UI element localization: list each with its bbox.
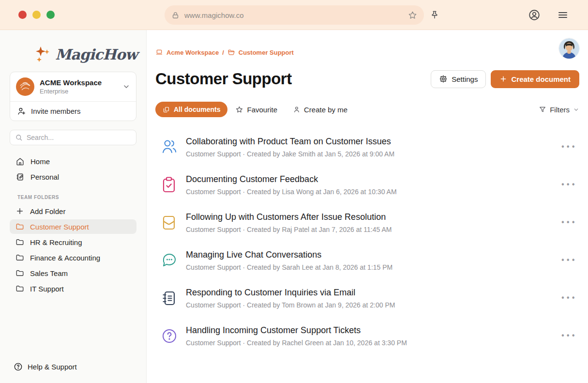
notebook-pencil-icon	[15, 172, 25, 182]
filters-button[interactable]: Filters	[539, 106, 579, 114]
filter-tabs: All documents Favourite Create by me Fil…	[155, 102, 579, 117]
tab-label: Favourite	[247, 106, 277, 114]
document-title: Responding to Customer Inquiries via Ema…	[186, 288, 395, 298]
sidebar-item-home[interactable]: Home	[10, 154, 136, 169]
workspace-avatar	[16, 77, 34, 96]
menu-icon[interactable]	[556, 8, 570, 22]
app-logo: MagicHow	[33, 44, 136, 65]
document-row[interactable]: Collaborating with Product Team on Custo…	[155, 132, 579, 163]
sidebar-item-label: Personal	[30, 173, 59, 181]
sidebar-folder-label: Sales Team	[30, 269, 68, 277]
add-folder-button[interactable]: Add Folder	[10, 204, 136, 218]
documents-copy-icon	[163, 106, 170, 113]
clipboard-check-icon	[162, 176, 177, 194]
tab-all-documents[interactable]: All documents	[155, 102, 227, 117]
document-meta: Customer Support · Created by Raj Patel …	[186, 226, 392, 233]
person-plus-icon	[17, 107, 26, 116]
add-folder-label: Add Folder	[30, 207, 65, 215]
account-icon[interactable]	[527, 8, 542, 22]
question-circle-icon	[162, 328, 177, 344]
folder-open-icon	[227, 48, 235, 56]
tab-label: Create by me	[304, 106, 347, 114]
sidebar-folder-label: Customer Support	[30, 223, 89, 231]
sidebar-folder-label: IT Support	[30, 285, 64, 293]
create-document-button[interactable]: Create document	[491, 70, 579, 88]
document-title: Managing Live Chat Conversations	[186, 250, 392, 260]
funnel-icon	[539, 106, 546, 113]
workspace-card: ACME Workspace Enterprise Invite members	[10, 72, 136, 121]
document-row[interactable]: Responding to Customer Inquiries via Ema…	[155, 283, 579, 314]
sparkles-icon	[33, 44, 52, 65]
help-support-button[interactable]: Help & Support	[14, 362, 77, 371]
settings-label: Settings	[452, 75, 478, 83]
search-box	[10, 130, 136, 145]
envelope-icon	[162, 214, 177, 231]
search-icon	[15, 134, 23, 141]
window-minimize-button[interactable]	[32, 11, 41, 19]
document-meta: Customer Support · Created by Rachel Gre…	[186, 339, 407, 347]
row-menu-button[interactable]: •••	[560, 143, 576, 152]
address-bar[interactable]: www.magichow.co	[165, 5, 424, 25]
chevron-down-icon	[573, 107, 579, 113]
folder-icon	[15, 284, 24, 293]
laptop-icon	[155, 48, 163, 56]
workspace-switcher[interactable]: ACME Workspace Enterprise	[10, 72, 136, 101]
url-text: www.magichow.co	[184, 11, 408, 19]
chevron-down-icon	[122, 83, 130, 91]
document-row[interactable]: Documenting Customer Feedback Customer S…	[155, 169, 579, 200]
document-meta: Customer Support · Created by Sarah Lee …	[186, 263, 392, 271]
create-document-label: Create document	[511, 75, 571, 83]
folder-icon	[15, 269, 24, 277]
bookmark-star-icon[interactable]	[408, 11, 417, 20]
lock-icon	[171, 11, 180, 19]
users-icon	[162, 138, 177, 156]
settings-button[interactable]: Settings	[431, 70, 486, 88]
document-meta: Customer Support · Created by Tom Brown …	[186, 301, 395, 309]
folder-icon	[15, 253, 24, 262]
sidebar-folder-it-support[interactable]: IT Support	[10, 281, 136, 296]
sidebar-folder-customer-support[interactable]: Customer Support	[10, 219, 136, 234]
document-title: Following Up with Customers After Issue …	[186, 212, 392, 222]
sidebar-folder-label: HR & Recruiting	[30, 238, 82, 246]
row-menu-button[interactable]: •••	[560, 181, 576, 189]
window-close-button[interactable]	[18, 11, 27, 19]
search-input[interactable]	[27, 134, 131, 141]
page-title: Customer Support	[155, 70, 292, 88]
person-icon	[293, 106, 301, 113]
user-avatar[interactable]	[559, 38, 579, 59]
sidebar-nav: Home Personal TEAM FOLDERS Add Folder	[10, 154, 136, 296]
browser-chrome: www.magichow.co	[0, 0, 588, 30]
row-menu-button[interactable]: •••	[560, 294, 576, 303]
document-row[interactable]: Following Up with Customers After Issue …	[155, 207, 579, 238]
sidebar: MagicHow ACME Workspace Enterprise	[0, 30, 147, 383]
gear-icon	[439, 75, 448, 83]
invite-members-button[interactable]: Invite members	[10, 101, 136, 121]
folder-icon	[15, 222, 24, 231]
sidebar-item-label: Home	[30, 157, 50, 166]
sidebar-folder-hr-recruiting[interactable]: HR & Recruiting	[10, 235, 136, 249]
row-menu-button[interactable]: •••	[560, 256, 576, 265]
breadcrumb-folder[interactable]: Customer Support	[239, 49, 294, 56]
sidebar-folder-label: Finance & Accounting	[30, 254, 100, 262]
pin-icon[interactable]	[428, 9, 441, 21]
help-circle-icon	[14, 362, 23, 371]
tab-create-by-me[interactable]: Create by me	[293, 106, 347, 114]
document-list: Collaborating with Product Team on Custo…	[155, 132, 579, 352]
tab-favourite[interactable]: Favourite	[235, 106, 277, 114]
document-row[interactable]: Managing Live Chat Conversations Custome…	[155, 245, 579, 276]
breadcrumb-workspace[interactable]: Acme Workspace	[166, 49, 219, 56]
row-menu-button[interactable]: •••	[560, 332, 576, 340]
invite-members-label: Invite members	[31, 107, 81, 115]
star-icon	[235, 106, 243, 114]
sidebar-folder-sales-team[interactable]: Sales Team	[10, 266, 136, 280]
sidebar-folder-finance-accounting[interactable]: Finance & Accounting	[10, 250, 136, 265]
row-menu-button[interactable]: •••	[560, 218, 576, 227]
breadcrumb[interactable]: Acme Workspace / Customer Support	[155, 48, 294, 56]
sidebar-item-personal[interactable]: Personal	[10, 169, 136, 184]
document-title: Handling Incoming Customer Support Ticke…	[186, 325, 407, 336]
workspace-plan: Enterprise	[40, 88, 102, 95]
document-row[interactable]: Handling Incoming Customer Support Ticke…	[155, 321, 579, 352]
document-title: Documenting Customer Feedback	[186, 174, 397, 184]
workspace-name: ACME Workspace	[40, 78, 102, 87]
window-zoom-button[interactable]	[46, 11, 55, 19]
